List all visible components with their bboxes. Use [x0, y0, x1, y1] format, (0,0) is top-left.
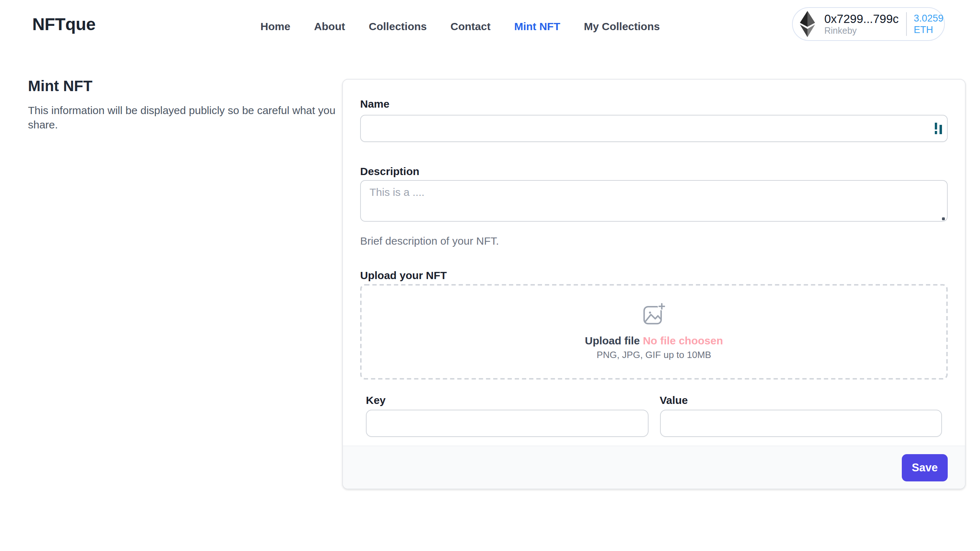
page: NFTque Home About Collections Contact Mi…	[0, 0, 980, 551]
upload-file-cta[interactable]: Upload file	[585, 334, 640, 347]
page-title: Mint NFT	[28, 78, 341, 95]
nav-home[interactable]: Home	[261, 20, 290, 32]
form-footer: Save	[343, 446, 965, 489]
main-nav: Home About Collections Contact Mint NFT …	[261, 20, 660, 32]
name-label: Name	[360, 98, 948, 109]
key-label: Key	[366, 395, 648, 405]
description-label: Description	[360, 166, 948, 177]
attributes-row: Key Value	[360, 395, 948, 437]
description-field: Description Brief description of your NF…	[360, 166, 948, 247]
description-textarea[interactable]	[360, 180, 948, 222]
wallet-balance: 3.0259	[914, 13, 943, 24]
nav-my-collections[interactable]: My Collections	[584, 20, 660, 32]
upload-hint: PNG, JPG, GIF up to 10MB	[597, 349, 711, 361]
wallet-network: Rinkeby	[824, 25, 899, 36]
ethereum-icon	[799, 11, 816, 37]
wallet-address: 0x7299...799c	[824, 12, 899, 25]
key-field: Key	[366, 395, 648, 437]
description-textarea-wrap	[360, 180, 948, 225]
mint-form-card: Name Description Brief description of yo…	[342, 79, 966, 489]
dashlane-extension-icon[interactable]	[935, 123, 942, 134]
upload-dropzone[interactable]: Upload file No file choosen PNG, JPG, GI…	[360, 284, 948, 379]
resize-handle[interactable]	[942, 217, 945, 220]
mint-form: Name Description Brief description of yo…	[343, 80, 965, 446]
app-logo[interactable]: NFTque	[32, 14, 95, 34]
name-input[interactable]	[360, 115, 948, 142]
nav-mint-nft[interactable]: Mint NFT	[514, 20, 560, 32]
value-input[interactable]	[660, 410, 942, 437]
no-file-status: No file choosen	[643, 334, 723, 347]
nav-contact[interactable]: Contact	[450, 20, 491, 32]
mint-intro: Mint NFT This information will be displa…	[28, 78, 341, 131]
wallet-balance-block: 3.0259 ETH	[914, 13, 943, 35]
key-input[interactable]	[366, 410, 648, 437]
upload-file-text[interactable]: Upload file No file choosen	[585, 334, 723, 347]
wallet-currency: ETH	[914, 24, 943, 35]
wallet-account: 0x7299...799c Rinkeby	[824, 12, 899, 36]
page-description: This information will be displayed publi…	[28, 104, 341, 131]
image-plus-icon	[643, 303, 665, 325]
name-field-wrap	[360, 115, 948, 142]
wallet-badge[interactable]: 0x7299...799c Rinkeby 3.0259 ETH	[792, 7, 945, 41]
value-label: Value	[660, 395, 942, 405]
upload-label: Upload your NFT	[360, 270, 948, 280]
wallet-divider	[906, 12, 907, 36]
nav-collections[interactable]: Collections	[369, 20, 427, 32]
description-help-text: Brief description of your NFT.	[360, 234, 948, 247]
value-field: Value	[660, 395, 942, 437]
nav-about[interactable]: About	[314, 20, 345, 32]
upload-field: Upload your NFT Upload file No file choo…	[360, 270, 948, 379]
save-button[interactable]: Save	[902, 454, 948, 481]
